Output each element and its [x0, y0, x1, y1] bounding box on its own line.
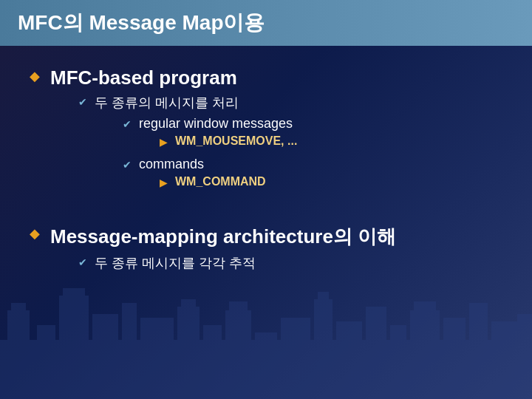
svg-rect-24 [469, 303, 488, 399]
svg-rect-9 [177, 307, 200, 399]
wm-mousemove-text: WM_MOUSEMOVE, ... [175, 134, 297, 148]
commands-body: commands ▶ WM_COMMAND [139, 157, 266, 191]
section-mapping-body: Message-mapping architecture의 이해 ✔ 두 종류 … [50, 224, 396, 278]
svg-rect-12 [225, 310, 251, 399]
svg-rect-10 [181, 299, 196, 308]
section-mfc-based: ◆ MFC-based program ✔ 두 종류의 메시지를 처리 ✔ [30, 66, 502, 203]
svg-rect-23 [443, 318, 466, 399]
svg-rect-26 [517, 314, 532, 399]
diamond-bullet-1: ◆ [30, 68, 40, 84]
page-title: MFC의 Message Map이용 [18, 11, 265, 34]
svg-rect-5 [63, 288, 85, 297]
mfc-based-title: MFC-based program [50, 66, 297, 89]
regular-window-item: ✔ regular window messages ▶ WM_MOUSEMOVE… [123, 116, 297, 151]
two-types-item: ✔ 두 종류의 메시지를 처리 ✔ regular window message… [78, 94, 297, 197]
check-bullet-1: ✔ [78, 96, 87, 108]
check-bullet-2: ✔ [123, 118, 132, 130]
svg-rect-20 [390, 325, 406, 399]
track-types-text: 두 종류 메시지를 각각 추적 [95, 254, 256, 272]
svg-rect-18 [336, 321, 362, 399]
svg-rect-2 [11, 303, 26, 312]
section-message-mapping: ◆ Message-mapping architecture의 이해 ✔ 두 종… [30, 224, 502, 278]
track-types-item: ✔ 두 종류 메시지를 각각 추적 [78, 254, 396, 272]
svg-rect-19 [366, 307, 386, 399]
svg-rect-15 [281, 318, 310, 399]
svg-rect-22 [414, 301, 436, 312]
two-types-text: 두 종류의 메시지를 처리 [95, 95, 239, 110]
section-mfc-body: MFC-based program ✔ 두 종류의 메시지를 처리 ✔ [50, 66, 297, 203]
wm-command-text: WM_COMMAND [175, 175, 266, 188]
commands-text: commands [139, 157, 204, 171]
svg-rect-11 [203, 325, 222, 399]
svg-rect-13 [229, 301, 248, 312]
wm-mousemove-item: ▶ WM_MOUSEMOVE, ... [160, 134, 297, 148]
svg-rect-17 [318, 292, 329, 301]
commands-item: ✔ commands ▶ WM_COMMAND [123, 157, 297, 191]
regular-window-text: regular window messages [139, 116, 293, 131]
wm-mousemove-container: ▶ WM_MOUSEMOVE, ... [160, 134, 297, 148]
arrow-bullet-1: ▶ [160, 136, 168, 148]
svg-rect-6 [92, 314, 118, 399]
svg-rect-21 [410, 310, 440, 399]
svg-rect-8 [140, 318, 174, 399]
level2-container-1: ✔ 두 종류의 메시지를 처리 ✔ regular window message… [78, 94, 297, 197]
message-mapping-title: Message-mapping architecture의 이해 [50, 224, 396, 250]
regular-window-body: regular window messages ▶ WM_MOUSEMOVE, … [139, 116, 297, 151]
diamond-bullet-2: ◆ [30, 225, 40, 242]
svg-rect-14 [255, 332, 277, 399]
two-types-body: 두 종류의 메시지를 처리 ✔ regular window messages [95, 94, 297, 197]
svg-rect-7 [122, 303, 137, 399]
title-bar: MFC의 Message Map이용 [0, 0, 532, 46]
level2-container-2: ✔ 두 종류 메시지를 각각 추적 [78, 254, 396, 272]
svg-rect-1 [7, 310, 30, 399]
check-bullet-3: ✔ [123, 159, 132, 171]
svg-rect-16 [314, 299, 332, 399]
main-content: ◆ MFC-based program ✔ 두 종류의 메시지를 처리 ✔ [0, 66, 532, 278]
check-bullet-4: ✔ [78, 256, 87, 268]
level3-container-1: ✔ regular window messages ▶ WM_MOUSEMOVE… [123, 116, 297, 191]
wm-command-container: ▶ WM_COMMAND [160, 175, 266, 188]
svg-rect-3 [37, 325, 55, 399]
wm-command-item: ▶ WM_COMMAND [160, 175, 266, 188]
svg-rect-4 [59, 296, 89, 399]
svg-rect-25 [491, 321, 517, 399]
arrow-bullet-2: ▶ [160, 177, 168, 188]
